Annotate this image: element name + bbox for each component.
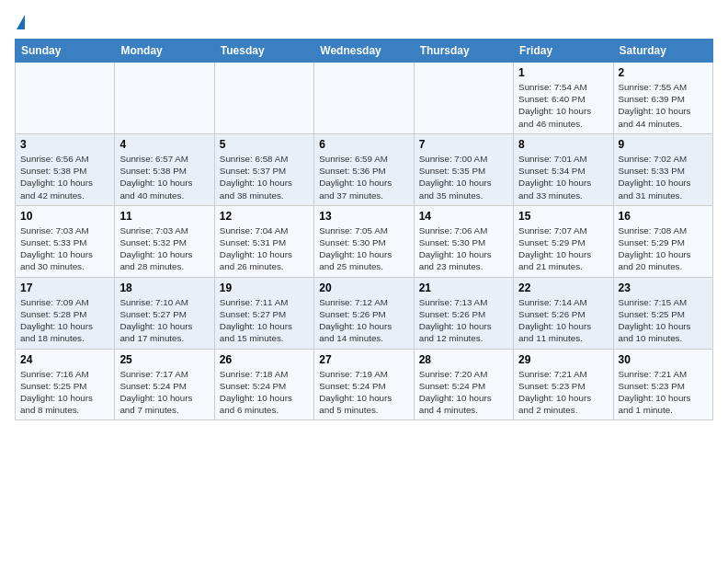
- calendar-cell: 30Sunrise: 7:21 AM Sunset: 5:23 PM Dayli…: [613, 349, 712, 420]
- day-info: Sunrise: 7:14 AM Sunset: 5:26 PM Dayligh…: [518, 296, 608, 345]
- day-info: Sunrise: 7:08 AM Sunset: 5:29 PM Dayligh…: [619, 224, 708, 273]
- day-number: 24: [20, 353, 109, 366]
- day-info: Sunrise: 6:56 AM Sunset: 5:38 PM Dayligh…: [20, 153, 109, 201]
- calendar-cell: 10Sunrise: 7:03 AM Sunset: 5:33 PM Dayli…: [16, 205, 115, 277]
- weekday-header-thursday: Thursday: [414, 40, 513, 63]
- day-info: Sunrise: 7:03 AM Sunset: 5:32 PM Dayligh…: [119, 224, 209, 273]
- day-number: 17: [20, 282, 109, 294]
- day-number: 1: [518, 66, 608, 79]
- calendar-cell: [16, 63, 115, 134]
- day-info: Sunrise: 7:02 AM Sunset: 5:33 PM Dayligh…: [619, 153, 708, 201]
- calendar-cell: 21Sunrise: 7:13 AM Sunset: 5:26 PM Dayli…: [414, 277, 513, 349]
- calendar-cell: 4Sunrise: 6:57 AM Sunset: 5:38 PM Daylig…: [115, 133, 214, 205]
- calendar-week-row: 3Sunrise: 6:56 AM Sunset: 5:38 PM Daylig…: [16, 133, 713, 205]
- weekday-header-monday: Monday: [115, 40, 214, 63]
- calendar-cell: 8Sunrise: 7:01 AM Sunset: 5:34 PM Daylig…: [514, 133, 613, 205]
- weekday-header-tuesday: Tuesday: [214, 40, 313, 63]
- calendar-week-row: 17Sunrise: 7:09 AM Sunset: 5:28 PM Dayli…: [16, 277, 713, 349]
- calendar-cell: 24Sunrise: 7:16 AM Sunset: 5:25 PM Dayli…: [16, 349, 115, 420]
- day-number: 13: [319, 210, 408, 223]
- logo: [15, 15, 25, 28]
- calendar-cell: 14Sunrise: 7:06 AM Sunset: 5:30 PM Dayli…: [414, 205, 513, 277]
- day-number: 19: [220, 282, 309, 294]
- calendar-cell: [314, 63, 414, 134]
- day-info: Sunrise: 7:11 AM Sunset: 5:27 PM Dayligh…: [220, 296, 309, 345]
- calendar-table: SundayMondayTuesdayWednesdayThursdayFrid…: [15, 39, 713, 420]
- day-info: Sunrise: 6:57 AM Sunset: 5:38 PM Dayligh…: [119, 153, 209, 201]
- calendar-cell: 7Sunrise: 7:00 AM Sunset: 5:35 PM Daylig…: [414, 133, 513, 205]
- day-info: Sunrise: 6:59 AM Sunset: 5:36 PM Dayligh…: [319, 153, 408, 201]
- weekday-header-sunday: Sunday: [16, 40, 115, 63]
- page-header: [15, 15, 713, 28]
- calendar-cell: 29Sunrise: 7:21 AM Sunset: 5:23 PM Dayli…: [514, 349, 613, 420]
- day-info: Sunrise: 7:09 AM Sunset: 5:28 PM Dayligh…: [20, 296, 109, 345]
- calendar-cell: 11Sunrise: 7:03 AM Sunset: 5:32 PM Dayli…: [115, 205, 214, 277]
- calendar-cell: 19Sunrise: 7:11 AM Sunset: 5:27 PM Dayli…: [214, 277, 313, 349]
- calendar-cell: [115, 63, 214, 134]
- weekday-header-friday: Friday: [514, 40, 613, 63]
- calendar-cell: 22Sunrise: 7:14 AM Sunset: 5:26 PM Dayli…: [514, 277, 613, 349]
- day-number: 18: [119, 282, 209, 294]
- calendar-week-row: 10Sunrise: 7:03 AM Sunset: 5:33 PM Dayli…: [16, 205, 713, 277]
- calendar-cell: 16Sunrise: 7:08 AM Sunset: 5:29 PM Dayli…: [613, 205, 712, 277]
- calendar-header-row: SundayMondayTuesdayWednesdayThursdayFrid…: [16, 40, 713, 63]
- day-info: Sunrise: 7:15 AM Sunset: 5:25 PM Dayligh…: [619, 296, 708, 345]
- calendar-cell: 6Sunrise: 6:59 AM Sunset: 5:36 PM Daylig…: [314, 133, 414, 205]
- calendar-cell: 15Sunrise: 7:07 AM Sunset: 5:29 PM Dayli…: [514, 205, 613, 277]
- day-number: 25: [119, 353, 209, 366]
- day-info: Sunrise: 7:17 AM Sunset: 5:24 PM Dayligh…: [119, 368, 209, 417]
- day-number: 6: [319, 138, 408, 151]
- day-number: 12: [220, 210, 309, 223]
- day-number: 20: [319, 282, 408, 294]
- day-info: Sunrise: 7:10 AM Sunset: 5:27 PM Dayligh…: [119, 296, 209, 345]
- day-info: Sunrise: 7:21 AM Sunset: 5:23 PM Dayligh…: [619, 368, 708, 417]
- day-number: 4: [119, 138, 209, 151]
- day-number: 15: [518, 210, 608, 223]
- calendar-cell: 12Sunrise: 7:04 AM Sunset: 5:31 PM Dayli…: [214, 205, 313, 277]
- day-info: Sunrise: 7:05 AM Sunset: 5:30 PM Dayligh…: [319, 224, 408, 273]
- day-number: 27: [319, 353, 408, 366]
- day-number: 9: [619, 138, 708, 151]
- day-info: Sunrise: 7:06 AM Sunset: 5:30 PM Dayligh…: [419, 224, 508, 273]
- day-info: Sunrise: 7:20 AM Sunset: 5:24 PM Dayligh…: [419, 368, 508, 417]
- day-info: Sunrise: 7:01 AM Sunset: 5:34 PM Dayligh…: [518, 153, 608, 201]
- calendar-cell: 13Sunrise: 7:05 AM Sunset: 5:30 PM Dayli…: [314, 205, 414, 277]
- calendar-cell: 27Sunrise: 7:19 AM Sunset: 5:24 PM Dayli…: [314, 349, 414, 420]
- day-info: Sunrise: 7:12 AM Sunset: 5:26 PM Dayligh…: [319, 296, 408, 345]
- day-info: Sunrise: 7:13 AM Sunset: 5:26 PM Dayligh…: [419, 296, 508, 345]
- day-info: Sunrise: 6:58 AM Sunset: 5:37 PM Dayligh…: [220, 153, 309, 201]
- day-info: Sunrise: 7:55 AM Sunset: 6:39 PM Dayligh…: [619, 81, 708, 130]
- day-info: Sunrise: 7:07 AM Sunset: 5:29 PM Dayligh…: [518, 224, 608, 273]
- day-number: 21: [419, 282, 508, 294]
- day-info: Sunrise: 7:16 AM Sunset: 5:25 PM Dayligh…: [20, 368, 109, 417]
- calendar-cell: 2Sunrise: 7:55 AM Sunset: 6:39 PM Daylig…: [613, 63, 712, 134]
- calendar-week-row: 1Sunrise: 7:54 AM Sunset: 6:40 PM Daylig…: [16, 63, 713, 134]
- calendar-cell: 9Sunrise: 7:02 AM Sunset: 5:33 PM Daylig…: [613, 133, 712, 205]
- day-number: 14: [419, 210, 508, 223]
- logo-triangle-icon: [17, 15, 25, 29]
- day-info: Sunrise: 7:54 AM Sunset: 6:40 PM Dayligh…: [518, 81, 608, 130]
- calendar-cell: [214, 63, 313, 134]
- calendar-cell: 17Sunrise: 7:09 AM Sunset: 5:28 PM Dayli…: [16, 277, 115, 349]
- day-info: Sunrise: 7:18 AM Sunset: 5:24 PM Dayligh…: [220, 368, 309, 417]
- day-info: Sunrise: 7:00 AM Sunset: 5:35 PM Dayligh…: [419, 153, 508, 201]
- day-number: 16: [619, 210, 708, 223]
- calendar-cell: 28Sunrise: 7:20 AM Sunset: 5:24 PM Dayli…: [414, 349, 513, 420]
- day-number: 23: [619, 282, 708, 294]
- day-number: 28: [419, 353, 508, 366]
- calendar-cell: 26Sunrise: 7:18 AM Sunset: 5:24 PM Dayli…: [214, 349, 313, 420]
- day-number: 30: [619, 353, 708, 366]
- day-number: 29: [518, 353, 608, 366]
- day-number: 11: [119, 210, 209, 223]
- day-info: Sunrise: 7:19 AM Sunset: 5:24 PM Dayligh…: [319, 368, 408, 417]
- calendar-cell: 1Sunrise: 7:54 AM Sunset: 6:40 PM Daylig…: [514, 63, 613, 134]
- calendar-week-row: 24Sunrise: 7:16 AM Sunset: 5:25 PM Dayli…: [16, 349, 713, 420]
- calendar-cell: 5Sunrise: 6:58 AM Sunset: 5:37 PM Daylig…: [214, 133, 313, 205]
- day-number: 22: [518, 282, 608, 294]
- weekday-header-wednesday: Wednesday: [314, 40, 414, 63]
- day-number: 10: [20, 210, 109, 223]
- day-number: 3: [20, 138, 109, 151]
- day-info: Sunrise: 7:21 AM Sunset: 5:23 PM Dayligh…: [518, 368, 608, 417]
- day-number: 26: [220, 353, 309, 366]
- day-info: Sunrise: 7:04 AM Sunset: 5:31 PM Dayligh…: [220, 224, 309, 273]
